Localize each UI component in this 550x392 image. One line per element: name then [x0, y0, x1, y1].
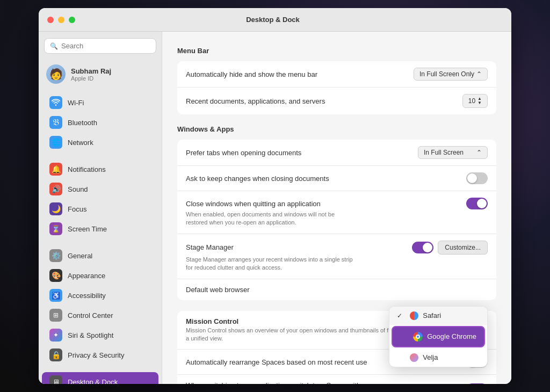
- windows-apps-section-title: Windows & Apps: [177, 125, 496, 133]
- sidebar-item-label: Privacy & Security: [68, 351, 124, 359]
- privacy-icon: 🔒: [49, 349, 62, 361]
- close-windows-toggle[interactable]: [466, 198, 488, 209]
- prefer-tabs-row: Prefer tabs when opening documents In Fu…: [177, 140, 496, 166]
- default-browser-label: Default web browser: [186, 286, 488, 294]
- auto-hide-menu-label: Automatically hide and show the menu bar: [186, 70, 414, 78]
- close-windows-label: Close windows when quitting an applicati…: [186, 200, 466, 208]
- siri-icon: ✦: [49, 329, 62, 342]
- sidebar-item-wifi[interactable]: Wi-Fi: [42, 93, 158, 112]
- focus-icon: 🌙: [49, 202, 62, 215]
- sidebar-item-label: Focus: [68, 205, 86, 213]
- prefer-tabs-control: In Full Screen ⌃: [418, 146, 488, 159]
- controlcenter-icon: ⊞: [49, 309, 62, 322]
- velja-icon: [410, 353, 418, 362]
- desktopdock-icon: 🖥: [49, 375, 62, 384]
- sidebar-item-label: Desktop & Dock: [68, 378, 118, 384]
- sidebar-item-label: Screen Time: [68, 225, 107, 233]
- switch-space-row: When switching to an application, switch…: [177, 375, 496, 384]
- sidebar-item-notifications[interactable]: 🔔 Notifications: [42, 159, 158, 179]
- sidebar-item-focus[interactable]: 🌙 Focus: [42, 199, 158, 219]
- recent-docs-label: Recent documents, applications, and serv…: [186, 97, 462, 105]
- user-subtitle: Apple ID: [71, 75, 111, 82]
- sidebar-item-label: Control Center: [68, 311, 113, 320]
- search-input[interactable]: [61, 42, 150, 50]
- safari-label: Safari: [423, 311, 441, 320]
- browser-dropdown-popup: ✓ Safari Google Chrome: [389, 306, 488, 367]
- sidebar: 🔍 🧑 Subham Raj Apple ID: [39, 32, 162, 384]
- safari-icon: [410, 311, 418, 320]
- prefer-tabs-label: Prefer tabs when opening documents: [186, 149, 418, 157]
- close-windows-sublabel: When enabled, open documents and windows…: [186, 210, 358, 227]
- sidebar-item-label: General: [68, 252, 92, 260]
- recent-docs-stepper[interactable]: 10 ▲▼: [462, 94, 488, 108]
- chevron-icon: ⌃: [476, 70, 482, 78]
- search-icon: 🔍: [50, 42, 58, 50]
- stage-manager-toggle[interactable]: [412, 242, 433, 253]
- stepper-arrows-icon: ▲▼: [477, 97, 482, 105]
- chrome-icon: [413, 332, 423, 342]
- sidebar-section-desktop: 🖥 Desktop & Dock 🖥 Displays 🖼 Wallpaper …: [39, 372, 162, 384]
- switch-space-toggle[interactable]: [466, 383, 488, 384]
- user-info: Subham Raj Apple ID: [71, 67, 111, 82]
- auto-hide-menu-row: Automatically hide and show the menu bar…: [177, 61, 496, 88]
- sidebar-item-label: Network: [68, 139, 93, 147]
- sidebar-item-appearance[interactable]: 🎨 Appearance: [42, 266, 158, 285]
- system-preferences-window: Desktop & Dock 🔍 🧑 Subham Raj Apple ID: [39, 8, 511, 384]
- switch-space-label: When switching to an application, switch…: [186, 381, 401, 384]
- sidebar-item-label: Appearance: [68, 272, 105, 280]
- sidebar-item-bluetooth[interactable]: 𝔅 Bluetooth: [42, 113, 158, 132]
- search-box[interactable]: 🔍: [44, 38, 156, 54]
- sidebar-section-personalization: ⚙️ General 🎨 Appearance ♿ Accessibility …: [39, 245, 162, 365]
- sidebar-item-label: Bluetooth: [68, 119, 97, 127]
- sidebar-section-network: Wi-Fi 𝔅 Bluetooth 🌐 Network: [39, 92, 162, 153]
- window-title: Desktop & Dock: [43, 16, 503, 24]
- sidebar-item-privacy[interactable]: 🔒 Privacy & Security: [42, 345, 158, 365]
- chevron-icon: ⌃: [476, 149, 482, 156]
- windows-apps-card: Prefer tabs when opening documents In Fu…: [177, 140, 496, 300]
- general-icon: ⚙️: [49, 249, 62, 262]
- network-icon: 🌐: [49, 136, 62, 149]
- title-bar: Desktop & Dock: [39, 8, 511, 32]
- recent-docs-control: 10 ▲▼: [462, 94, 488, 108]
- ask-keep-changes-toggle[interactable]: [466, 172, 488, 184]
- sidebar-item-general[interactable]: ⚙️ General: [42, 246, 158, 265]
- main-content: Menu Bar Automatically hide and show the…: [162, 32, 511, 384]
- stage-manager-label: Stage Manager: [186, 243, 412, 251]
- prefer-tabs-dropdown[interactable]: In Full Screen ⌃: [418, 146, 488, 159]
- bluetooth-icon: 𝔅: [49, 116, 62, 129]
- stage-manager-customize-button[interactable]: Customize...: [438, 241, 488, 255]
- sidebar-item-accessibility[interactable]: ♿ Accessibility: [42, 286, 158, 305]
- sidebar-section-system: 🔔 Notifications 🔊 Sound 🌙 Focus ⌛ Screen…: [39, 159, 162, 239]
- sidebar-item-sound[interactable]: 🔊 Sound: [42, 179, 158, 199]
- notifications-icon: 🔔: [49, 163, 62, 176]
- avatar: 🧑: [46, 64, 66, 84]
- sidebar-item-controlcenter[interactable]: ⊞ Control Center: [42, 306, 158, 325]
- popup-item-velja[interactable]: Velja: [389, 349, 487, 367]
- popup-item-safari[interactable]: ✓ Safari: [389, 307, 487, 325]
- sidebar-item-screentime[interactable]: ⌛ Screen Time: [42, 219, 158, 238]
- recent-docs-row: Recent documents, applications, and serv…: [177, 88, 496, 114]
- sidebar-item-label: Sound: [68, 185, 88, 193]
- stage-manager-sublabel: Stage Manager arranges your recent windo…: [186, 256, 358, 272]
- stage-manager-row: Stage Manager Customize... Stage Manager…: [177, 234, 496, 279]
- ask-keep-changes-control: [466, 172, 488, 184]
- switch-space-control: [466, 383, 488, 384]
- window-content: 🔍 🧑 Subham Raj Apple ID: [39, 32, 511, 384]
- sidebar-item-label: Wi-Fi: [68, 99, 84, 107]
- sidebar-item-network[interactable]: 🌐 Network: [42, 133, 158, 152]
- menubar-card: Automatically hide and show the menu bar…: [177, 61, 496, 114]
- sidebar-item-desktopdock[interactable]: 🖥 Desktop & Dock: [42, 372, 158, 384]
- sidebar-item-label: Accessibility: [68, 292, 106, 300]
- auto-hide-menu-dropdown[interactable]: In Full Screen Only ⌃: [414, 68, 488, 81]
- user-profile[interactable]: 🧑 Subham Raj Apple ID: [39, 60, 162, 88]
- sidebar-item-siri[interactable]: ✦ Siri & Spotlight: [42, 325, 158, 345]
- sidebar-item-label: Notifications: [68, 165, 106, 173]
- appearance-icon: 🎨: [49, 269, 62, 282]
- accessibility-icon: ♿: [49, 289, 62, 302]
- popup-item-chrome[interactable]: Google Chrome: [392, 326, 485, 347]
- close-windows-row: Close windows when quitting an applicati…: [177, 191, 496, 234]
- screentime-icon: ⌛: [49, 222, 62, 235]
- checkmark-icon: ✓: [397, 312, 406, 320]
- stage-manager-control: Customize...: [412, 241, 488, 255]
- close-windows-control: [466, 198, 488, 209]
